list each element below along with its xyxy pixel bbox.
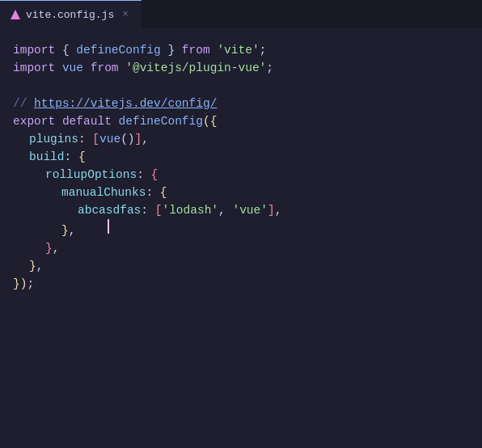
bracket-rollup-open: { (151, 166, 159, 184)
tab-filename: vite.config.js (26, 9, 114, 21)
comment-prefix: // (13, 95, 34, 112)
bracket-final-close: }) (13, 275, 27, 293)
bracket-arr2-open: [ (155, 201, 163, 219)
prop-rollup: rollupOptions (45, 166, 137, 184)
keyword-from2: from (91, 59, 119, 77)
string-plugin-vue: '@vitejs/plugin-vue' (125, 59, 266, 77)
bracket-build-open: { (78, 148, 86, 166)
fn-defineConfig: defineConfig (76, 41, 160, 59)
prop-plugins: plugins (29, 130, 78, 148)
code-line-14: }); (0, 275, 482, 293)
code-line-12: }, (0, 239, 482, 257)
bracket-array-open: [ (92, 130, 99, 148)
code-line-2: import vue from '@vitejs/plugin-vue'; (0, 59, 482, 77)
bracket-build-close: } (29, 257, 36, 275)
editor-window: vite.config.js × import { defineConfig }… (0, 0, 482, 448)
code-line-6: plugins: [vue()], (0, 130, 482, 148)
str-lodash: 'lodash' (162, 201, 218, 219)
bracket-arr2-close: ] (268, 201, 275, 219)
keyword-default: default (62, 112, 112, 130)
string-vite: 'vite' (217, 41, 259, 59)
bracket-chunks-open: { (160, 184, 167, 201)
code-line-7: build: { (0, 148, 482, 166)
cursor (108, 219, 109, 234)
tab-bar: vite.config.js × (0, 0, 482, 28)
code-line-8: rollupOptions: { (0, 166, 482, 184)
code-line-13: }, (0, 257, 482, 275)
prop-build: build (29, 148, 65, 166)
active-tab[interactable]: vite.config.js × (0, 0, 142, 28)
bracket-open-1: ({ (203, 112, 217, 130)
keyword-export: export (13, 112, 55, 130)
code-line-4: // https://vitejs.dev/config/ (0, 95, 482, 112)
code-line-10: abcasdfas: ['lodash', 'vue'], (0, 201, 482, 219)
tab-close-button[interactable]: × (119, 8, 132, 21)
bracket-chunks-close: } (61, 222, 69, 239)
code-line-9: manualChunks: { (0, 184, 482, 201)
prop-abcasdfas: abcasdfas (78, 201, 141, 219)
empty-line-3 (0, 77, 482, 95)
prop-manual-chunks: manualChunks (61, 184, 146, 201)
str-vue2: 'vue' (232, 201, 268, 219)
bracket-array-close: ] (135, 130, 142, 148)
fn-defineConfig2: defineConfig (119, 112, 203, 130)
keyword-import2: import (13, 59, 55, 77)
var-vue: vue (62, 59, 83, 77)
code-line-5: export default defineConfig({ (0, 112, 482, 130)
fn-vue: vue (99, 130, 120, 148)
keyword-from: from (182, 41, 210, 59)
code-line-11: }, (0, 219, 482, 239)
vite-file-icon (10, 9, 21, 20)
bracket-rollup-close: } (45, 239, 53, 257)
editor-area: import { defineConfig } from 'vite'; imp… (0, 28, 482, 448)
comment-link[interactable]: https://vitejs.dev/config/ (34, 95, 217, 112)
keyword-import: import (13, 41, 55, 59)
code-line-1: import { defineConfig } from 'vite'; (0, 41, 482, 59)
